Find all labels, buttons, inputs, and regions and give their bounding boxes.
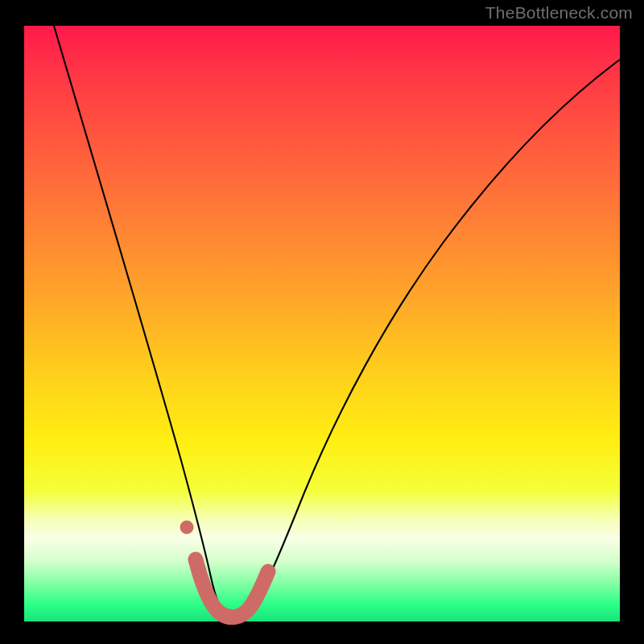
- highlight-band: [196, 559, 268, 617]
- curve-layer: [24, 26, 620, 621]
- plot-area: [24, 26, 620, 621]
- chart-frame: TheBottleneck.com: [0, 0, 644, 644]
- highlight-dot: [180, 521, 194, 535]
- watermark-text: TheBottleneck.com: [485, 3, 633, 23]
- bottleneck-curve: [54, 26, 620, 617]
